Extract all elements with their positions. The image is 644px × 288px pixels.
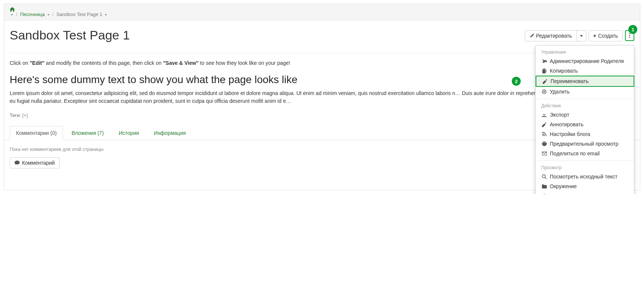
download-icon [541, 113, 547, 117]
tab-history[interactable]: История [112, 126, 145, 140]
page-container: / Песочница / Sandbox Test Page 1 Sandbo… [4, 4, 640, 190]
dropdown-section-view: Просмотр [536, 163, 634, 172]
add-comment-label: Комментарий [22, 160, 55, 166]
chevron-down-icon[interactable] [11, 14, 13, 16]
menu-rename[interactable]: 2 Переименовать [536, 76, 634, 87]
more-actions-button[interactable]: 1 [625, 30, 634, 41]
tab-comments[interactable]: Комментарии (0) [10, 126, 63, 140]
delete-icon [541, 89, 547, 94]
chevron-down-icon[interactable] [105, 14, 107, 16]
vertical-dots-icon [629, 33, 630, 38]
menu-delete[interactable]: Удалить [536, 87, 634, 96]
edit-button-label: Редактировать [536, 33, 572, 39]
edit-icon [541, 122, 547, 127]
menu-blog-settings[interactable]: Настройки блога [536, 129, 634, 139]
edit-dropdown-toggle[interactable] [577, 30, 586, 41]
action-buttons: Редактировать + Создать 1 [525, 30, 634, 41]
breadcrumb: / Песочница / Sandbox Test Page 1 [4, 4, 640, 20]
folder-icon [541, 184, 547, 189]
menu-copy[interactable]: Копировать [536, 66, 634, 76]
create-button-label: Создать [598, 33, 618, 39]
tags-label: Теги: [10, 113, 21, 118]
add-comment-button[interactable]: Комментарий [10, 157, 60, 168]
edit-icon [542, 79, 548, 84]
menu-export[interactable]: Экспорт [536, 110, 634, 120]
svg-point-2 [542, 174, 545, 177]
annotation-badge: 1 [628, 25, 637, 34]
tab-information[interactable]: Информация [147, 126, 192, 140]
wrench-icon [541, 59, 547, 64]
copy-icon [541, 69, 547, 73]
more-actions-dropdown: Управление Администрирование Родителя Ко… [535, 45, 634, 194]
menu-admin-parent[interactable]: Администрирование Родителя [536, 56, 634, 66]
speech-bubble-icon [15, 161, 20, 165]
plus-icon: + [593, 33, 596, 39]
dropdown-section-actions: Действия [536, 101, 634, 110]
edit-button[interactable]: Редактировать [525, 30, 577, 41]
menu-annotate[interactable]: Аннотировать [536, 120, 634, 129]
home-icon[interactable] [10, 7, 634, 12]
breadcrumb-sep: / [16, 12, 18, 17]
pencil-icon [530, 34, 534, 38]
menu-comments[interactable]: Комментарии [536, 191, 634, 194]
svg-point-1 [542, 135, 543, 136]
print-icon [541, 142, 547, 146]
chevron-down-icon[interactable] [47, 14, 50, 16]
envelope-icon [541, 152, 547, 155]
rss-icon [541, 132, 547, 136]
edit-button-group: Редактировать [525, 30, 586, 41]
breadcrumb-item[interactable]: Песочница [20, 12, 45, 17]
speech-bubble-icon [541, 194, 547, 194]
search-icon [541, 174, 547, 179]
menu-preview[interactable]: Предварительный просмотр [536, 139, 634, 149]
menu-environment[interactable]: Окружение [536, 181, 634, 191]
menu-share-email[interactable]: Поделиться по email [536, 149, 634, 158]
page-title: Sandbox Test Page 1 [10, 28, 525, 42]
tab-attachments[interactable]: Вложения (7) [65, 126, 110, 140]
breadcrumb-sep: / [52, 12, 54, 17]
create-button[interactable]: + Создать [589, 30, 623, 41]
dropdown-section-manage: Управление [536, 48, 634, 56]
menu-view-source[interactable]: Посмотреть исходный текст [536, 172, 634, 181]
add-tag-button[interactable]: [+] [22, 113, 28, 118]
page-header: Sandbox Test Page 1 Редактировать + Созд… [4, 28, 640, 42]
chevron-down-icon [580, 35, 583, 37]
breadcrumb-item-current: Sandbox Test Page 1 [56, 12, 102, 17]
